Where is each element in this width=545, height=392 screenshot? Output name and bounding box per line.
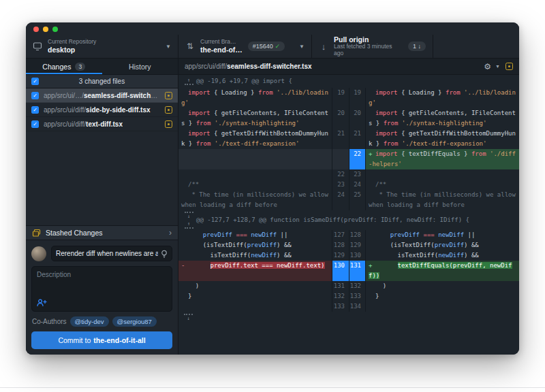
diff-row[interactable]: isTextDiff(newDiff) &&129130 isTextDiff(…: [178, 250, 519, 261]
coauthor-pill[interactable]: @sergiou87: [112, 316, 157, 327]
expand-down-icon[interactable]: ↓: [185, 212, 193, 219]
diff-old-content[interactable]: import { getTextDiffWithBottomDummyHunk …: [178, 129, 332, 149]
diff-new-content[interactable]: import { getFileContents, IFileContents …: [366, 108, 519, 129]
diff-new-content[interactable]: * The time (in milliseconds) we allow wh…: [366, 190, 519, 210]
diff-row[interactable]: (isTextDiff(prevDiff) &&128129 (isTextDi…: [178, 240, 519, 250]
branch-switcher[interactable]: ⇅ Current Bra… the-end-of… #15640 ✓ ▼: [178, 35, 312, 58]
old-line-number[interactable]: 23: [332, 180, 349, 190]
diff-old-content[interactable]: import { getFileContents, IFileContents …: [178, 108, 332, 129]
new-line-number[interactable]: 132: [349, 281, 366, 291]
new-line-number[interactable]: 129: [349, 240, 366, 250]
old-line-number[interactable]: 130: [332, 261, 349, 281]
diff-new-content[interactable]: + textDiffEquals(prevDiff, newDiff)): [366, 261, 519, 281]
stashed-changes-button[interactable]: Stashed Changes ›: [26, 225, 178, 240]
diff-old-content[interactable]: * The time (in milliseconds) we allow wh…: [178, 190, 332, 210]
tab-changes[interactable]: Changes 3: [26, 59, 102, 74]
diff-row[interactable]: )131132 ): [178, 281, 519, 291]
diff-old-content[interactable]: isTextDiff(newDiff) &&: [178, 250, 332, 261]
pr-badge[interactable]: #15640 ✓: [248, 42, 285, 51]
pull-origin-button[interactable]: ↓ Pull origin Last fetched 3 minutes ago…: [312, 35, 433, 58]
minimize-window-button[interactable]: [43, 27, 48, 32]
file-checkbox[interactable]: ✓: [31, 120, 39, 128]
new-line-number[interactable]: 131: [349, 261, 366, 281]
new-line-number[interactable]: 133: [349, 291, 366, 301]
old-line-number[interactable]: [332, 149, 349, 169]
diff-old-content[interactable]: - prevDiff.text === newDiff.text): [178, 261, 332, 281]
commit-button[interactable]: Commit to the-end-of-it-all: [31, 331, 172, 349]
diff-old-content[interactable]: [178, 169, 332, 180]
repository-switcher[interactable]: Current Repository desktop ▼: [26, 35, 178, 58]
old-line-number[interactable]: 21: [332, 129, 349, 149]
file-row-seamless-diff-switcher[interactable]: ✓ app/src/ui/…/seamless-diff-switcher.ts…: [26, 88, 178, 103]
diff-old-content[interactable]: (isTextDiff(prevDiff) &&: [178, 240, 332, 250]
diff-old-content[interactable]: prevDiff === newDiff ||: [178, 230, 332, 240]
diff-old-content[interactable]: /**: [178, 180, 332, 190]
old-line-number[interactable]: 127: [332, 230, 349, 240]
diff-new-content[interactable]: }: [366, 291, 519, 301]
new-line-number[interactable]: 128: [349, 230, 366, 240]
old-line-number[interactable]: 128: [332, 240, 349, 250]
old-line-number[interactable]: 19: [332, 88, 349, 108]
description-input[interactable]: Description: [31, 266, 172, 312]
new-line-number[interactable]: 19: [349, 88, 366, 108]
old-line-number[interactable]: 131: [332, 281, 349, 291]
new-line-number[interactable]: 25: [349, 190, 366, 210]
file-checkbox[interactable]: ✓: [31, 106, 39, 114]
summary-input[interactable]: Rerender diff when newlines are adde: [51, 246, 172, 261]
new-line-number[interactable]: 22: [349, 149, 366, 169]
diff-row[interactable]: 22+import { textDiffEquals } from './dif…: [178, 149, 519, 169]
expand-up-icon[interactable]: ↑: [185, 78, 193, 85]
new-line-number[interactable]: 130: [349, 250, 366, 261]
diff-new-content[interactable]: prevDiff === newDiff ||: [366, 230, 519, 240]
diff-new-content[interactable]: import { getTextDiffWithBottomDummyHunk …: [366, 129, 519, 149]
zoom-window-button[interactable]: [52, 27, 58, 32]
diff-new-content[interactable]: ): [366, 281, 519, 291]
lightbulb-icon[interactable]: [161, 250, 168, 258]
new-line-number[interactable]: 134: [349, 301, 366, 312]
diff-new-content[interactable]: [366, 301, 519, 312]
file-row-text-diff[interactable]: ✓ app/src/ui/diff/text-diff.tsx: [26, 117, 178, 131]
diff-row[interactable]: import { getTextDiffWithBottomDummyHunk …: [178, 129, 519, 149]
diff-old-content[interactable]: [178, 301, 332, 312]
diff-row[interactable]: }132133}: [178, 291, 519, 301]
diff-old-content[interactable]: }: [178, 291, 332, 301]
diff-row[interactable]: 133134: [178, 301, 519, 312]
file-row-side-by-side-diff[interactable]: ✓ app/src/ui/diff/side-by-side-diff.tsx: [26, 103, 178, 117]
coauthor-pill[interactable]: @tidy-dev: [70, 316, 109, 327]
diff-old-content[interactable]: import { Loading } from '../lib/loading': [178, 88, 332, 108]
expand-down-icon[interactable]: ↓: [184, 314, 193, 321]
tab-history[interactable]: History: [102, 59, 178, 74]
new-line-number[interactable]: 23: [349, 169, 366, 180]
diff-row[interactable]: - prevDiff.text === newDiff.text)130131+…: [178, 261, 519, 281]
diff-row[interactable]: prevDiff === newDiff ||127128 prevDiff =…: [178, 230, 519, 240]
old-line-number[interactable]: 132: [332, 291, 349, 301]
diff-new-content[interactable]: import { Loading } from '../lib/loading': [366, 88, 519, 108]
add-coauthor-icon[interactable]: [37, 299, 167, 307]
diff-row[interactable]: import { Loading } from '../lib/loading'…: [178, 88, 519, 108]
old-line-number[interactable]: 129: [332, 250, 349, 261]
diff-row[interactable]: /**2324/**: [178, 180, 519, 190]
diff-new-content[interactable]: isTextDiff(newDiff) &&: [366, 250, 519, 261]
diff-new-content[interactable]: [366, 169, 519, 180]
diff-row[interactable]: * The time (in milliseconds) we allow wh…: [178, 190, 519, 210]
diff-old-content[interactable]: ): [178, 281, 332, 291]
expand-up-icon[interactable]: ↑: [185, 221, 193, 229]
diff-new-content[interactable]: /**: [366, 180, 519, 190]
diff-old-content[interactable]: [178, 149, 332, 169]
diff-row[interactable]: import { getFileContents, IFileContents …: [178, 108, 519, 129]
old-line-number[interactable]: 22: [332, 169, 349, 180]
diff-new-content[interactable]: (isTextDiff(prevDiff) &&: [366, 240, 519, 250]
old-line-number[interactable]: 133: [332, 301, 349, 312]
diff-row[interactable]: 2223: [178, 169, 519, 180]
new-line-number[interactable]: 20: [349, 108, 366, 129]
old-line-number[interactable]: 24: [332, 190, 349, 210]
new-line-number[interactable]: 21: [349, 129, 366, 149]
close-window-button[interactable]: [33, 27, 39, 32]
file-checkbox[interactable]: ✓: [31, 92, 39, 99]
new-line-number[interactable]: 24: [349, 180, 366, 190]
diff-new-content[interactable]: +import { textDiffEquals } from './diff-…: [366, 149, 519, 169]
old-line-number[interactable]: 20: [332, 108, 349, 129]
select-all-checkbox[interactable]: ✓: [31, 78, 39, 85]
gear-icon[interactable]: ⚙: [484, 62, 491, 71]
chevron-down-icon[interactable]: ▼: [495, 64, 500, 69]
